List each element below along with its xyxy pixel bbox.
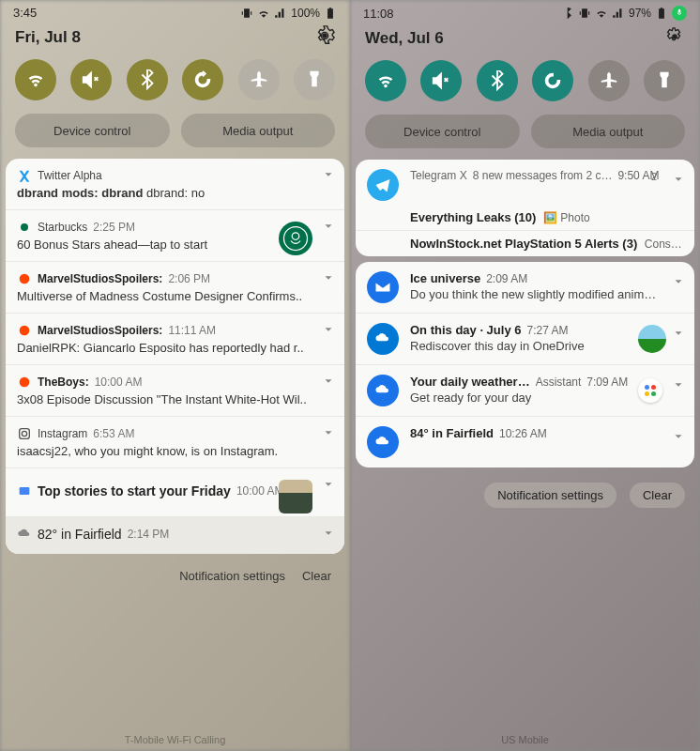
gear-icon [314, 25, 335, 46]
svg-point-4 [20, 274, 30, 284]
notification-item[interactable]: Top stories to start your Friday10:00 AM [6, 468, 344, 517]
chevron-down-icon[interactable] [322, 220, 335, 237]
settings-button[interactable] [314, 25, 335, 50]
starbucks-icon [17, 220, 32, 235]
settings-button[interactable] [664, 26, 685, 51]
notification-body: Multiverse of Madness Costume Designer C… [17, 289, 333, 303]
time: 2:06 PM [168, 272, 210, 285]
qs-sound[interactable] [70, 59, 112, 100]
weather-title: 84° in Fairfield [410, 426, 494, 440]
chevron-down-icon[interactable] [672, 430, 685, 447]
notification-title: Top stories to start your Friday [38, 483, 231, 498]
chevron-down-icon[interactable] [322, 271, 335, 288]
notification-body: dbrand mods: dbrand dbrand: no [17, 186, 333, 200]
battery-percent: 100% [291, 7, 320, 20]
weather-title: 82° in Fairfield [38, 527, 122, 542]
time: 7:09 AM [586, 376, 628, 389]
time: 2:25 PM [93, 221, 135, 234]
onedrive-icon [367, 323, 399, 355]
qs-airplane[interactable] [238, 59, 280, 100]
app-name: Ice universe [410, 271, 480, 285]
qs-wifi[interactable] [15, 59, 56, 100]
mail-icon [367, 271, 399, 303]
chevron-down-icon[interactable] [322, 323, 335, 340]
chevron-down-icon[interactable] [672, 378, 685, 395]
time: 10:00 AM [236, 484, 284, 498]
svg-point-1 [21, 223, 28, 231]
notification-group: Ice universe2:09 AM Do you think the new… [356, 262, 694, 467]
vibrate-icon [578, 7, 591, 20]
svg-point-2 [284, 227, 308, 251]
qs-bluetooth[interactable] [127, 59, 168, 100]
chevron-down-icon[interactable] [672, 173, 685, 190]
notification-item[interactable]: TheBoys:10:00 AM 3x08 Episode Discussion… [6, 365, 344, 417]
time: 7:27 AM [526, 324, 568, 337]
quick-settings-row [350, 60, 700, 115]
notification-item[interactable]: 84° in Fairfield10:26 AM [356, 417, 694, 467]
status-icons: 100% [240, 7, 337, 20]
qs-wifi[interactable] [365, 60, 406, 101]
clear-button[interactable]: Clear [630, 483, 685, 508]
footer-row: Notification settings Clear [350, 473, 700, 517]
notification-item[interactable]: On this day · July 67:27 AM Rediscover t… [356, 314, 694, 365]
qs-flashlight[interactable] [644, 60, 685, 101]
notification-item[interactable]: Telegram X8 new messages from 2 c…9:50 A… [356, 160, 694, 205]
left-panel: 3:45 100% Fri, Jul 8 Device control Medi… [0, 0, 350, 751]
time: 6:53 AM [93, 427, 134, 440]
notification-sub-item[interactable]: Everything Leaks (10) 🖼️ Photo [356, 205, 694, 231]
notification-body: Do you think the new slightly modified a… [410, 287, 683, 301]
app-name: On this day · July 6 [410, 323, 521, 337]
notification-item[interactable]: Ice universe2:09 AM Do you think the new… [356, 262, 694, 314]
chevron-down-icon[interactable] [322, 426, 335, 443]
notification-sub-item[interactable]: NowInStock.net PlayStation 5 Alerts (3) … [356, 231, 694, 256]
qs-airplane[interactable] [588, 60, 630, 101]
chevron-down-icon[interactable] [322, 168, 335, 185]
app-name: Telegram X [410, 169, 467, 182]
reddit-icon [17, 375, 32, 390]
time: 2:14 PM [128, 528, 170, 541]
chevron-down-icon[interactable] [322, 478, 335, 495]
chevron-down-icon[interactable] [672, 275, 685, 292]
battery-percent: 97% [629, 7, 651, 20]
notification-body: 3x08 Episode Discussion "The Instant Whi… [17, 392, 333, 406]
notification-settings-button[interactable]: Notification settings [484, 483, 616, 508]
notification-settings-button[interactable]: Notification settings [179, 569, 285, 583]
qs-rotate[interactable] [182, 59, 223, 100]
notification-item[interactable]: 82° in Fairfield2:14 PM [6, 517, 344, 554]
wifi-icon [595, 7, 608, 20]
notification-item[interactable]: Starbucks2:25 PM 60 Bonus Stars ahead—ta… [6, 210, 344, 262]
qs-flashlight[interactable] [294, 59, 335, 100]
app-name: Twitter Alpha [38, 169, 102, 182]
qs-rotate[interactable] [532, 60, 573, 101]
media-output-button[interactable]: Media output [181, 114, 336, 147]
count-badge: 2 [651, 171, 657, 182]
notification-item[interactable]: MarvelStudiosSpoilers:11:11 AM DanielRPK… [6, 314, 344, 365]
reddit-icon [17, 323, 32, 338]
media-output-button[interactable]: Media output [531, 115, 686, 148]
qs-sound[interactable] [420, 60, 462, 101]
clock: 3:45 [13, 6, 37, 20]
bluetooth-icon [561, 7, 574, 20]
cloud-icon [367, 375, 399, 406]
notification-item[interactable]: MarvelStudiosSpoilers:2:06 PM Multiverse… [6, 262, 344, 314]
clear-button[interactable]: Clear [302, 569, 331, 583]
notification-item[interactable]: Twitter Alpha dbrand mods: dbrand dbrand… [6, 159, 344, 210]
device-control-button[interactable]: Device control [365, 115, 520, 148]
notification-item[interactable]: Your daily weather…Assistant7:09 AM Get … [356, 365, 694, 417]
wifi-icon [257, 7, 270, 20]
qs-bluetooth[interactable] [477, 60, 518, 101]
time: 10:00 AM [95, 376, 143, 389]
svg-point-5 [20, 326, 30, 336]
svg-point-8 [22, 431, 26, 436]
chevron-down-icon[interactable] [322, 527, 335, 544]
summary: 8 new messages from 2 c… [473, 169, 613, 182]
chevron-down-icon[interactable] [322, 375, 335, 391]
device-control-button[interactable]: Device control [15, 114, 170, 147]
status-bar: 11:08 97% [350, 0, 700, 23]
svg-point-6 [20, 377, 30, 388]
signal-icon [274, 7, 287, 20]
cloud-icon [17, 527, 32, 542]
reddit-icon [17, 271, 32, 286]
notification-item[interactable]: Instagram6:53 AM isaacsj22, who you migh… [6, 417, 344, 468]
chevron-down-icon[interactable] [672, 327, 685, 344]
